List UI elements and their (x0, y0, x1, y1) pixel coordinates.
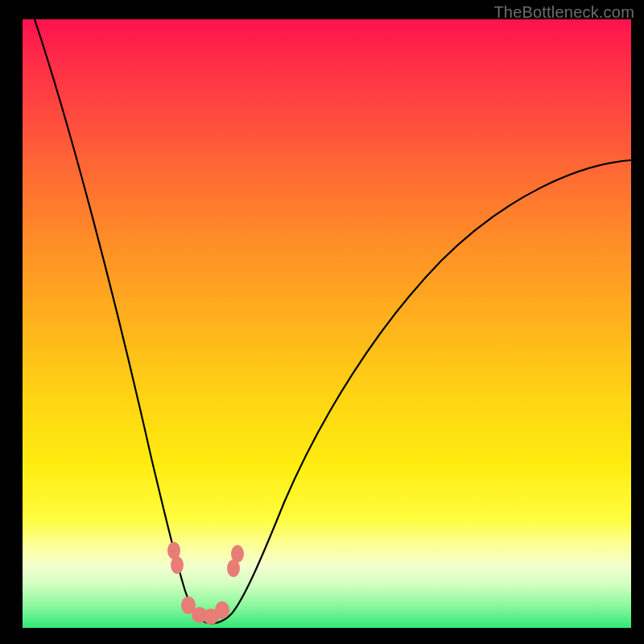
marker-left-shoulder-2 (171, 556, 184, 574)
chart-svg (23, 19, 631, 628)
watermark-label: TheBottleneck.com (493, 3, 634, 22)
bottleneck-curve (35, 19, 631, 623)
chart-frame: TheBottleneck.com (0, 0, 644, 644)
marker-trough-4 (215, 601, 229, 619)
chart-plot-area (23, 19, 631, 628)
marker-right-shoulder-2 (231, 545, 244, 563)
